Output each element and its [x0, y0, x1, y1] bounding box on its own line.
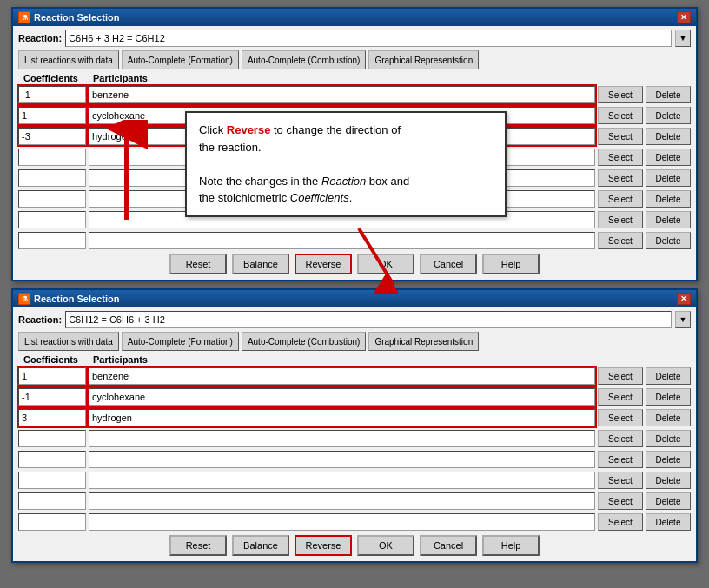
- window-title-1: Reaction Selection: [34, 12, 119, 23]
- toolbar-row-1: List reactions with data Auto-Complete (…: [18, 50, 691, 69]
- annotation-line2: the reaction.: [199, 139, 493, 156]
- autocomplete-formation-btn-1[interactable]: Auto-Complete (Formation): [122, 50, 239, 69]
- delete-button-1-2[interactable]: Delete: [646, 128, 691, 145]
- title-bar-1: ⚗ Reaction Selection ✕: [13, 9, 696, 26]
- select-button-1-4[interactable]: Select: [598, 169, 643, 187]
- participant-input-2-6[interactable]: [89, 492, 595, 510]
- graphical-btn-2[interactable]: Graphical Representstion: [368, 332, 479, 351]
- select-button-1-0[interactable]: Select: [598, 86, 643, 103]
- participant-input-2-2[interactable]: [89, 409, 595, 426]
- participant-input-2-0[interactable]: [89, 367, 595, 385]
- select-button-2-7[interactable]: Select: [598, 513, 643, 531]
- reset-btn-2[interactable]: Reset: [169, 535, 227, 556]
- coeff-input-2-6[interactable]: [18, 492, 86, 510]
- coeff-input-1-4[interactable]: [18, 169, 86, 187]
- delete-button-2-6[interactable]: Delete: [646, 492, 691, 510]
- cancel-btn-1[interactable]: Cancel: [420, 254, 477, 274]
- participant-input-2-1[interactable]: [89, 388, 595, 406]
- table-row: Select Delete: [18, 471, 691, 490]
- participant-input-1-0[interactable]: [89, 86, 595, 103]
- delete-button-2-5[interactable]: Delete: [646, 472, 691, 489]
- select-button-1-6[interactable]: Select: [598, 211, 643, 228]
- coeff-input-2-3[interactable]: [18, 430, 86, 447]
- help-btn-1[interactable]: Help: [482, 254, 540, 274]
- autocomplete-formation-btn-2[interactable]: Auto-Complete (Formation): [122, 332, 239, 351]
- delete-button-2-2[interactable]: Delete: [646, 409, 691, 426]
- select-button-2-2[interactable]: Select: [598, 409, 643, 426]
- delete-button-1-5[interactable]: Delete: [646, 190, 691, 208]
- reaction-input-1[interactable]: [65, 30, 672, 47]
- coeff-input-2-0[interactable]: [18, 367, 86, 385]
- reverse-btn-2[interactable]: Reverse: [295, 535, 352, 556]
- coeff-input-2-7[interactable]: [18, 513, 86, 531]
- coeff-input-1-5[interactable]: [18, 190, 86, 208]
- delete-button-2-0[interactable]: Delete: [646, 367, 691, 385]
- table-row: Select Delete: [18, 408, 691, 427]
- reaction-dropdown-1[interactable]: ▼: [675, 30, 691, 47]
- coeff-input-1-6[interactable]: [18, 211, 86, 228]
- cancel-btn-2[interactable]: Cancel: [420, 535, 477, 556]
- window-title-2: Reaction Selection: [34, 294, 119, 304]
- table-row: Select Delete: [18, 429, 691, 448]
- reverse-highlight: Reverse: [227, 123, 271, 136]
- coeff-input-1-2[interactable]: [18, 128, 86, 145]
- part-header-2: Participants: [89, 354, 691, 365]
- list-reactions-btn-1[interactable]: List reactions with data: [18, 50, 119, 69]
- table-row: Select Delete: [18, 367, 691, 386]
- participant-input-2-4[interactable]: [89, 451, 595, 468]
- select-button-1-3[interactable]: Select: [598, 149, 643, 166]
- participant-input-2-3[interactable]: [89, 430, 595, 447]
- annotation-line4: the stoichiometric Coefficients.: [199, 189, 493, 207]
- graphical-btn-1[interactable]: Graphical Representstion: [368, 50, 479, 69]
- coeff-input-1-0[interactable]: [18, 86, 86, 103]
- select-button-2-4[interactable]: Select: [598, 451, 643, 468]
- delete-button-1-7[interactable]: Delete: [646, 232, 691, 249]
- window-icon-2: ⚗: [18, 293, 30, 305]
- select-button-2-3[interactable]: Select: [598, 430, 643, 447]
- list-reactions-btn-2[interactable]: List reactions with data: [18, 332, 119, 351]
- select-button-2-0[interactable]: Select: [598, 367, 643, 385]
- select-button-1-5[interactable]: Select: [598, 190, 643, 208]
- select-button-1-1[interactable]: Select: [598, 107, 643, 124]
- coeff-header-1: Coefficients: [20, 73, 89, 83]
- reset-btn-1[interactable]: Reset: [169, 254, 227, 274]
- autocomplete-combustion-btn-2[interactable]: Auto-Complete (Combustion): [242, 332, 367, 351]
- delete-button-1-4[interactable]: Delete: [646, 169, 691, 187]
- close-button-1[interactable]: ✕: [677, 11, 691, 23]
- reaction-input-2[interactable]: [65, 311, 672, 328]
- delete-button-2-4[interactable]: Delete: [646, 451, 691, 468]
- coeff-input-1-1[interactable]: [18, 107, 86, 124]
- table-row: Select Delete: [18, 85, 691, 104]
- delete-button-2-1[interactable]: Delete: [646, 388, 691, 406]
- delete-button-1-3[interactable]: Delete: [646, 149, 691, 166]
- coeff-input-2-4[interactable]: [18, 451, 86, 468]
- select-button-2-1[interactable]: Select: [598, 388, 643, 406]
- select-button-2-5[interactable]: Select: [598, 472, 643, 489]
- coeff-input-2-5[interactable]: [18, 472, 86, 489]
- autocomplete-combustion-btn-1[interactable]: Auto-Complete (Combustion): [242, 50, 367, 69]
- table-row: Select Delete: [18, 512, 691, 532]
- close-button-2[interactable]: ✕: [677, 293, 691, 305]
- reaction-dropdown-2[interactable]: ▼: [675, 311, 691, 328]
- delete-button-1-1[interactable]: Delete: [646, 107, 691, 124]
- delete-button-1-6[interactable]: Delete: [646, 211, 691, 228]
- reverse-btn-1[interactable]: Reverse: [295, 254, 352, 274]
- arrow-up-icon: [105, 120, 149, 224]
- delete-button-2-3[interactable]: Delete: [646, 430, 691, 447]
- select-button-1-7[interactable]: Select: [598, 232, 643, 249]
- coeff-input-2-2[interactable]: [18, 409, 86, 426]
- coeff-input-1-7[interactable]: [18, 232, 86, 249]
- participant-input-2-5[interactable]: [89, 472, 595, 489]
- participant-input-2-7[interactable]: [89, 513, 595, 531]
- participant-input-1-7[interactable]: [89, 232, 595, 249]
- delete-button-2-7[interactable]: Delete: [646, 513, 691, 531]
- balance-btn-1[interactable]: Balance: [232, 254, 289, 274]
- balance-btn-2[interactable]: Balance: [232, 535, 289, 556]
- select-button-2-6[interactable]: Select: [598, 492, 643, 510]
- select-button-1-2[interactable]: Select: [598, 128, 643, 145]
- delete-button-1-0[interactable]: Delete: [646, 86, 691, 103]
- coeff-input-2-1[interactable]: [18, 388, 86, 406]
- coeff-input-1-3[interactable]: [18, 149, 86, 166]
- ok-btn-2[interactable]: OK: [357, 535, 414, 556]
- help-btn-2[interactable]: Help: [482, 535, 540, 556]
